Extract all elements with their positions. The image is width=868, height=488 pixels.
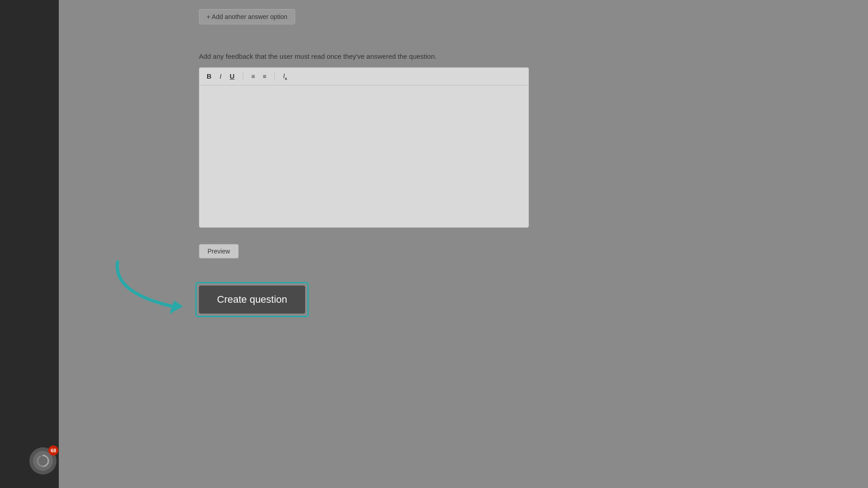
app-icon-container[interactable]: 68: [29, 447, 57, 474]
unordered-list-button[interactable]: ≡: [261, 72, 268, 81]
bold-button[interactable]: B: [205, 71, 213, 81]
create-question-wrapper: Create question: [199, 286, 305, 314]
underline-button[interactable]: U: [228, 71, 236, 81]
editor-toolbar: B I U ≡ ≡ Ix: [199, 68, 528, 86]
feedback-textarea[interactable]: [199, 85, 528, 225]
main-content: + Add another answer option Add any feed…: [59, 0, 868, 488]
app-logo-icon: [36, 454, 50, 468]
toolbar-separator-1: [243, 72, 243, 80]
feedback-label: Add any feedback that the user must read…: [199, 52, 868, 62]
feedback-editor: B I U ≡ ≡ Ix: [199, 67, 529, 228]
italic-button[interactable]: I: [218, 71, 223, 81]
left-sidebar: [0, 0, 59, 488]
app-icon-badge: 68: [48, 446, 58, 455]
clear-format-button[interactable]: Ix: [281, 71, 289, 82]
feedback-section: Add any feedback that the user must read…: [199, 52, 868, 228]
toolbar-separator-2: [274, 72, 275, 80]
ordered-list-button[interactable]: ≡: [250, 72, 256, 81]
create-question-button[interactable]: Create question: [199, 286, 305, 314]
add-answer-button[interactable]: + Add another answer option: [199, 9, 295, 24]
preview-button[interactable]: Preview: [199, 244, 239, 258]
